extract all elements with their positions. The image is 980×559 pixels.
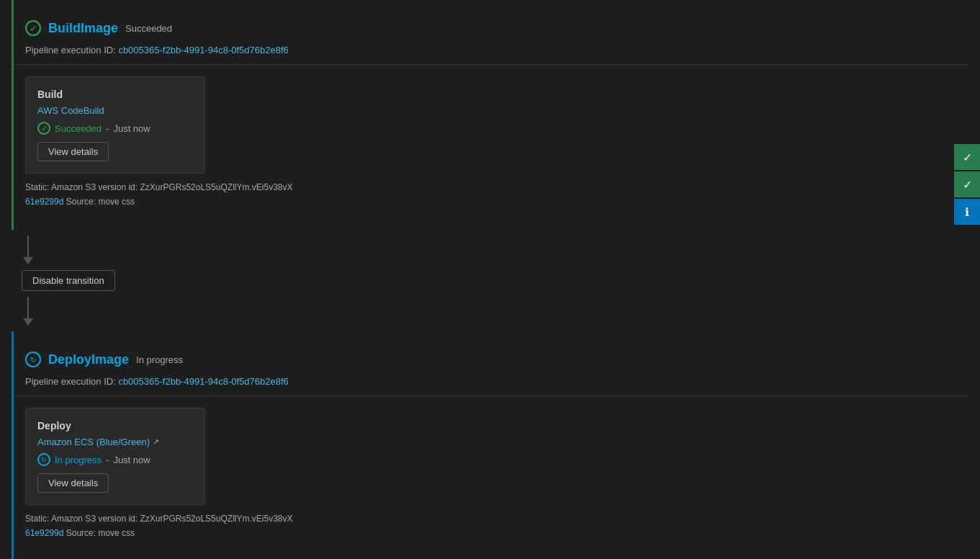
transition-arrow-head	[23, 257, 33, 264]
external-link-icon: ↗	[153, 437, 159, 447]
build-action-provider[interactable]: AWS CodeBuild	[37, 105, 104, 116]
build-stage-section: ✓ BuildImage Succeeded Pipeline executio…	[12, 0, 968, 230]
deploy-action-status-time: Just now	[113, 455, 150, 465]
deploy-action-title: Deploy	[37, 420, 193, 431]
build-action-status-time: Just now	[113, 123, 150, 134]
build-source-row: 61e9299d Source: move css	[14, 195, 968, 218]
deploy-action-provider[interactable]: Amazon ECS (Blue/Green) ↗	[37, 437, 159, 447]
build-pipeline-exec-id[interactable]: cb005365-f2bb-4991-94c8-0f5d76b2e8f6	[118, 45, 288, 55]
deploy-stage-section: ↻ DeployImage In progress Pipeline execu…	[12, 331, 968, 559]
build-pipeline-exec-row: Pipeline execution ID: cb005365-f2bb-499…	[14, 45, 968, 64]
deploy-pipeline-exec-id[interactable]: cb005365-f2bb-4991-94c8-0f5d76b2e8f6	[118, 376, 288, 387]
deploy-source-label: Source: move css	[66, 528, 135, 538]
build-static-info: Static: Amazon S3 version id: ZzXurPGRs5…	[14, 174, 968, 195]
main-container: ✓ BuildImage Succeeded Pipeline executio…	[0, 0, 980, 559]
transition-arrow-line	[27, 236, 29, 257]
build-source-label: Source: move css	[66, 197, 135, 207]
deploy-stage-divider	[14, 395, 968, 396]
build-stage-status: Succeeded	[125, 23, 172, 34]
deploy-action-status-text: In progress	[55, 455, 102, 465]
transition-arrow-head-2	[23, 318, 33, 326]
build-view-details-button[interactable]: View details	[37, 142, 109, 161]
deploy-stage-title[interactable]: DeployImage	[48, 352, 129, 367]
deploy-pipeline-exec-row: Pipeline execution ID: cb005365-f2bb-499…	[14, 376, 968, 395]
sidebar-icon-info[interactable]: ℹ	[954, 199, 980, 225]
check-icon-1: ✓	[963, 151, 972, 164]
deploy-view-details-button[interactable]: View details	[37, 473, 109, 493]
build-source-commit[interactable]: 61e9299d	[25, 197, 63, 207]
disable-transition-button[interactable]: Disable transition	[22, 270, 115, 291]
build-status-separator: -	[106, 123, 109, 134]
deploy-action-in-progress-icon: ↻	[37, 453, 50, 466]
deploy-static-info: Static: Amazon S3 version id: ZzXurPGRs5…	[14, 505, 968, 527]
deploy-stage-header: ↻ DeployImage In progress	[14, 343, 968, 376]
build-stage-title[interactable]: BuildImage	[48, 21, 118, 36]
deploy-action-card: Deploy Amazon ECS (Blue/Green) ↗ ↻ In pr…	[25, 408, 205, 505]
transition-area: Disable transition	[0, 230, 980, 331]
check-icon-2: ✓	[963, 178, 972, 192]
deploy-stage-in-progress-icon: ↻	[25, 352, 41, 367]
sidebar-icon-succeeded-2[interactable]: ✓	[954, 171, 980, 197]
build-action-status-text: Succeeded	[55, 123, 102, 134]
deploy-action-status-row: ↻ In progress - Just now	[37, 453, 193, 466]
build-pipeline-exec-label: Pipeline execution ID:	[25, 45, 116, 55]
build-stage-succeeded-icon: ✓	[25, 20, 41, 36]
build-action-status-row: ✓ Succeeded - Just now	[37, 122, 193, 135]
build-action-title: Build	[37, 89, 193, 100]
deploy-stage-status: In progress	[136, 354, 183, 365]
deploy-status-separator: -	[106, 455, 109, 465]
deploy-pipeline-exec-label: Pipeline execution ID:	[25, 376, 116, 387]
deploy-source-commit[interactable]: 61e9299d	[25, 528, 63, 538]
transition-arrow-line-2	[27, 297, 29, 318]
build-stage-header: ✓ BuildImage Succeeded	[14, 12, 968, 45]
build-action-card: Build AWS CodeBuild ✓ Succeeded - Just n…	[25, 76, 205, 174]
build-action-succeeded-icon: ✓	[37, 122, 50, 135]
right-sidebar: ✓ ✓ ℹ	[954, 144, 980, 225]
deploy-source-row: 61e9299d Source: move css	[14, 527, 968, 550]
build-stage-divider	[14, 64, 968, 65]
info-icon: ℹ	[965, 205, 969, 219]
sidebar-icon-succeeded-1[interactable]: ✓	[954, 144, 980, 170]
